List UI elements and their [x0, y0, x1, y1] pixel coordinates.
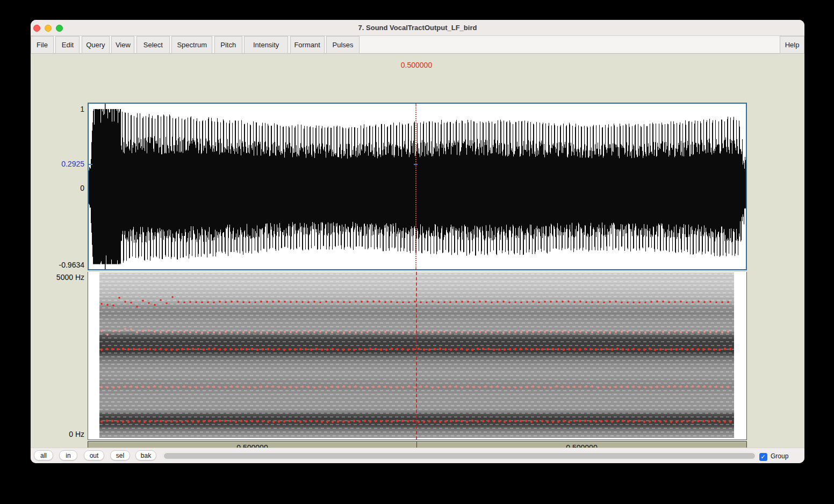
waveform-min-label: -0.9634	[35, 261, 84, 269]
bottom-bar: all in out sel bak Group	[31, 448, 804, 463]
waveform-panel[interactable]	[88, 103, 747, 270]
group-checkbox[interactable]	[759, 453, 767, 461]
waveform-max-label: 1	[35, 105, 84, 113]
menu-view[interactable]: View	[111, 36, 134, 54]
spectrogram-min-freq-label: 0 Hz	[35, 430, 84, 438]
spectrogram-max-freq-label: 5000 Hz	[35, 273, 84, 282]
waveform-cursor-line	[415, 104, 416, 269]
window-title: 7. Sound VocalTractOutput_LF_bird	[31, 20, 804, 36]
zoom-selection-button[interactable]: sel	[110, 450, 130, 460]
menu-intensity[interactable]: Intensity	[244, 36, 288, 54]
spectrogram-cursor-line	[416, 272, 417, 440]
titlebar[interactable]: 7. Sound VocalTractOutput_LF_bird	[31, 20, 804, 36]
group-checkbox-label: Group	[771, 452, 788, 460]
spectrogram-panel[interactable]	[88, 272, 747, 440]
menu-pitch[interactable]: Pitch	[214, 36, 242, 54]
menu-select[interactable]: Select	[136, 36, 170, 54]
waveform-zero-label: 0	[35, 184, 84, 192]
menu-formant[interactable]: Formant	[290, 36, 325, 54]
praat-sound-editor-window: 7. Sound VocalTractOutput_LF_bird File E…	[31, 20, 804, 463]
scrollbar-thumb[interactable]	[164, 453, 755, 459]
menu-spectrum[interactable]: Spectrum	[171, 36, 212, 54]
horizontal-scrollbar[interactable]	[163, 452, 756, 460]
menu-edit[interactable]: Edit	[55, 36, 80, 54]
menubar: File Edit Query View Select Spectrum Pit…	[31, 36, 804, 54]
editor-content: 0.500000 1 0.2925 0 -0.9634 5000 Hz 0 Hz…	[31, 54, 804, 448]
waveform-cursor-value-label: 0.2925	[35, 160, 84, 168]
menu-query[interactable]: Query	[82, 36, 110, 54]
cursor-value-tick-left	[89, 164, 92, 165]
zoom-all-button[interactable]: all	[34, 450, 53, 460]
menu-file[interactable]: File	[31, 36, 54, 54]
zoom-in-button[interactable]: in	[59, 450, 77, 460]
waveform-canvas[interactable]	[89, 104, 746, 269]
menu-help[interactable]: Help	[780, 36, 804, 54]
cursor-time-label: 0.500000	[363, 61, 470, 69]
menu-pulses[interactable]: Pulses	[326, 36, 360, 54]
zoom-back-button[interactable]: bak	[135, 450, 156, 460]
zoom-out-button[interactable]: out	[84, 450, 104, 460]
desktop-background: 7. Sound VocalTractOutput_LF_bird File E…	[0, 0, 834, 504]
